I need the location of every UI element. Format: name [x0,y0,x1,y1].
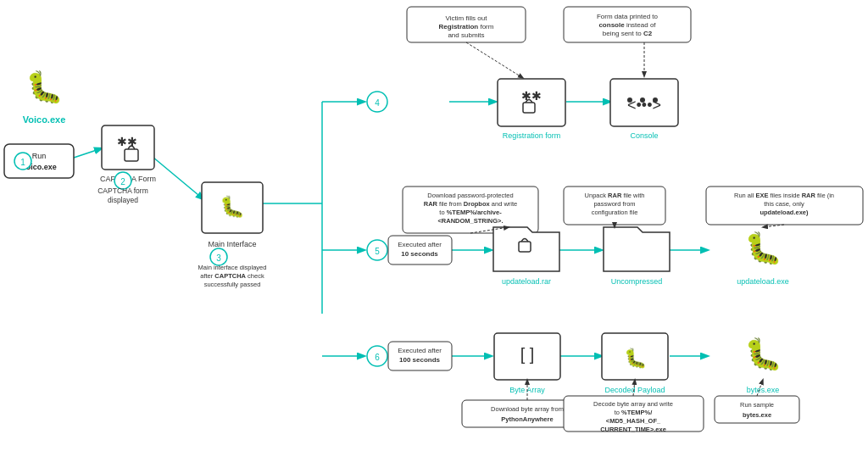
decoded-payload-node: 🐛 Decoded Payload [602,333,668,394]
svg-text:2: 2 [120,177,125,187]
svg-text:Registration form: Registration form [503,131,561,140]
svg-text:successfully passed: successfully passed [204,281,261,288]
svg-text:updateload.rar: updateload.rar [502,277,551,286]
svg-text:[ ]: [ ] [520,345,535,364]
svg-text:Download password-protected: Download password-protected [427,192,513,199]
svg-text:password from: password from [593,200,635,208]
svg-text:Victim fills out: Victim fills out [446,14,488,22]
svg-text:4: 4 [375,98,380,108]
svg-text:to %TEMP%/archive-: to %TEMP%/archive- [439,209,502,216]
registration-form-node: ✱✱ Registration form [498,79,565,140]
svg-text:Run all EXE files inside RAR f: Run all EXE files inside RAR file (in [734,192,834,199]
svg-text:<MD5_HASH_OF_: <MD5_HASH_OF_ [606,417,661,425]
updateload-rar-node: updateload.rar [493,227,559,286]
svg-text:this case, only: this case, only [764,200,804,208]
svg-text:Form data printed to: Form data printed to [597,13,659,20]
svg-text:CAPTCHA form: CAPTCHA form [97,187,148,195]
voico-exe-node: 🐛 Voico.exe [23,69,66,125]
svg-text:10 seconds: 10 seconds [401,250,438,258]
diagram-container: Run Voico.exe 🐛 Voico.exe 1 ✱✱ CAPTCHA F… [0,0,868,451]
svg-text:after CAPTCHA check: after CAPTCHA check [200,272,264,280]
main-interface-node: 🐛 Main Interface [202,182,263,248]
bytes-exe-node: 🐛 bytes.exe [744,336,782,394]
svg-text:3: 3 [216,253,221,263]
svg-text:Uncompressed: Uncompressed [611,277,663,286]
svg-rect-104 [715,396,799,423]
svg-text:🐛: 🐛 [25,69,64,105]
svg-text:configuration file: configuration file [592,209,638,216]
updateload-exe-node: 🐛 updateload.exe [737,230,789,286]
svg-text:🐛: 🐛 [744,230,782,266]
svg-text:6: 6 [375,353,380,362]
svg-text:<•••>: <•••> [627,97,661,114]
svg-text:CURRENT_TIME>.exe: CURRENT_TIME>.exe [600,426,666,433]
svg-text:updateload.exe): updateload.exe) [760,209,809,216]
svg-text:Executed after: Executed after [398,241,442,248]
svg-text:Download byte array from: Download byte array from [491,405,564,413]
svg-text:RAR file from Dropbox and writ: RAR file from Dropbox and write [424,200,517,208]
svg-text:Main interface displayed: Main interface displayed [198,264,267,271]
svg-text:🐛: 🐛 [624,347,648,370]
svg-text:🐛: 🐛 [220,194,245,219]
svg-rect-24 [125,149,138,161]
svg-text:updateload.exe: updateload.exe [737,277,789,286]
svg-text:to %TEMP%/: to %TEMP%/ [615,409,654,416]
svg-text:displayed: displayed [108,196,138,204]
svg-text:Decoded Payload: Decoded Payload [604,386,665,394]
svg-text:1: 1 [20,158,25,167]
svg-text:being sent to C2: being sent to C2 [603,30,653,37]
svg-text:Voico.exe: Voico.exe [23,114,66,125]
svg-text:Main Interface: Main Interface [208,240,256,248]
svg-line-1 [153,157,203,199]
svg-text:Decode byte array and write: Decode byte array and write [593,400,673,408]
console-node: <•••> Console [610,79,678,140]
svg-text:bytes.exe: bytes.exe [747,386,780,394]
svg-text:Run: Run [32,152,47,160]
svg-rect-47 [523,103,535,113]
svg-text:Registration form: Registration form [439,23,494,31]
svg-text:🐛: 🐛 [744,336,782,372]
svg-text:bytes.exe: bytes.exe [743,411,771,419]
svg-line-44 [466,42,523,78]
svg-text:<RANDOM_STRING>.: <RANDOM_STRING>. [437,217,503,225]
svg-rect-70 [519,242,531,252]
svg-text:Executed after: Executed after [398,347,442,354]
svg-text:Unpack RAR file with: Unpack RAR file with [585,192,645,199]
svg-text:PythonAnywhere: PythonAnywhere [501,415,553,423]
svg-text:5: 5 [375,247,380,256]
svg-text:✱✱: ✱✱ [117,135,137,148]
uncompressed-node: Uncompressed [604,227,670,286]
svg-text:Run sample: Run sample [740,401,774,409]
svg-text:Console: Console [630,131,658,140]
svg-text:100 seconds: 100 seconds [399,356,441,364]
svg-text:and submits: and submits [448,31,484,39]
svg-text:console instead of: console instead of [598,21,656,29]
